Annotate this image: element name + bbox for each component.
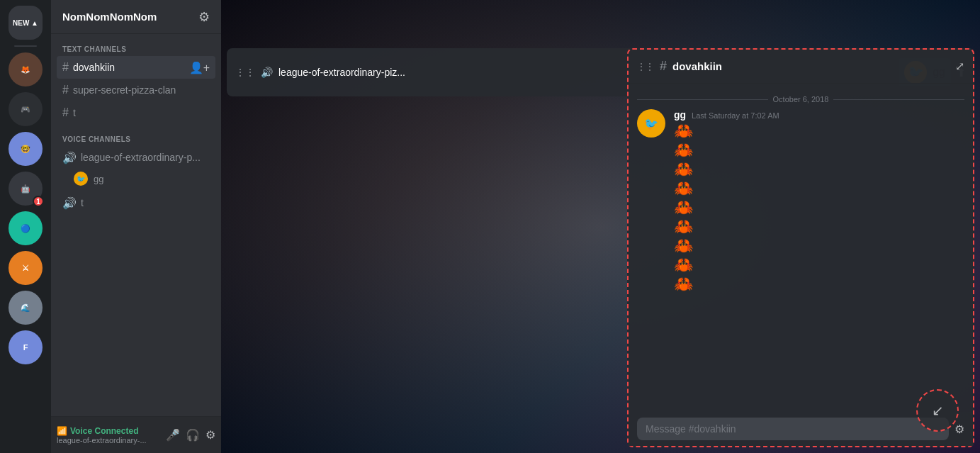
channel-super-secret-pizza[interactable]: # super-secret-pizza-clan <box>57 79 215 101</box>
voice-channel-t[interactable]: 🔊 t <box>57 191 215 214</box>
voice-channel-league[interactable]: 🔊 league-of-extraordinary-p... <box>57 146 215 169</box>
message-header: gg Last Saturday at 7:02 AM <box>674 109 964 121</box>
message-group: 🐦 gg Last Saturday at 7:02 AM 🦀🦀🦀🦀🦀🦀🦀🦀🦀 <box>637 109 964 294</box>
chat-drag-handle[interactable]: ⋮⋮ <box>637 62 654 72</box>
server-icon-s3[interactable]: 🤓 <box>9 132 43 166</box>
server-icon-s6[interactable]: ⚔ <box>9 251 43 285</box>
message-emoji: 🦀 <box>674 198 964 217</box>
voice-user-avatar: 🐦 <box>74 172 88 186</box>
text-channels-header: TEXT CHANNELS <box>57 34 215 56</box>
server-icon-s8[interactable]: F <box>9 330 43 364</box>
server-icon-s5[interactable]: 🔵 <box>9 211 43 245</box>
message-emoji: 🦀 <box>674 179 964 198</box>
voice-connected-bar: 📶 Voice Connected league-of-extraordinar… <box>51 416 221 453</box>
message-emoji: 🦀 <box>674 122 964 140</box>
server-icon-s1[interactable]: 🦊 <box>9 52 43 86</box>
channel-name-2: super-secret-pizza-clan <box>73 84 176 96</box>
message-timestamp: Last Saturday at 7:02 AM <box>692 111 779 120</box>
message-emoji: 🦀 <box>674 160 964 179</box>
message-content: gg Last Saturday at 7:02 AM 🦀🦀🦀🦀🦀🦀🦀🦀🦀 <box>674 109 964 294</box>
voice-user-gg: 🐦 gg <box>68 169 215 189</box>
new-server-label: NEW ▲ <box>13 19 38 27</box>
popout-circle[interactable]: ↙ <box>916 389 959 432</box>
server-icon-s4[interactable]: 🤖1 <box>9 172 43 206</box>
server-settings-icon[interactable]: ⚙ <box>198 9 210 25</box>
drag-handle-icon[interactable]: ⋮⋮ <box>235 67 255 78</box>
hash-icon-3: # <box>62 106 69 119</box>
message-emoji: 🦀 <box>674 218 964 236</box>
hash-icon-2: # <box>62 84 69 96</box>
chat-messages: October 6, 2018 🐦 gg Last Saturday at 7:… <box>629 84 973 412</box>
message-emoji: 🦀 <box>674 275 964 293</box>
voice-channel-name-bar: league-of-extraordinary-... <box>57 436 160 444</box>
voice-controls: 🎤 🎧 ⚙ <box>166 428 215 442</box>
server-icon-s7[interactable]: 🌊 <box>9 291 43 325</box>
mic-icon[interactable]: 🎤 <box>166 428 180 442</box>
channel-name-3: t <box>73 107 76 118</box>
chat-input-icons: ⚙ <box>954 423 964 436</box>
server-icon-s2[interactable]: 🎮 <box>9 92 43 126</box>
voice-channel-name: league-of-extraordinary-p... <box>81 152 201 163</box>
chat-channel-name: dovahkiin <box>672 60 950 72</box>
server-list: NEW ▲ 🦊🎮🤓🤖1🔵⚔🌊F <box>0 0 51 453</box>
message-username: gg <box>674 109 686 121</box>
channel-dovahkiin[interactable]: # dovahkiin 👤+ <box>57 56 215 79</box>
server-new-button[interactable]: NEW ▲ <box>9 6 43 40</box>
voice-channels-header: VOICE CHANNELS <box>57 124 215 146</box>
headphones-icon[interactable]: 🎧 <box>186 428 200 442</box>
voice-channel-icon: 🔊 <box>261 67 273 78</box>
message-emoji: 🦀 <box>674 256 964 274</box>
voice-user-name: gg <box>94 174 103 184</box>
chat-popout-icon[interactable]: ⤢ <box>955 60 964 73</box>
voice-status: 📶 Voice Connected <box>57 426 160 436</box>
voice-settings-icon[interactable]: ⚙ <box>205 428 215 442</box>
main-area: ⋮⋮ 🔊 league-of-extraordinary-piz... 🐦 gg… <box>221 0 980 453</box>
server-list-divider <box>14 45 37 47</box>
chat-hash-icon: # <box>660 59 667 74</box>
voice-channel-users: 🐦 gg <box>57 169 215 191</box>
signal-icon: 📶 <box>57 426 67 436</box>
message-avatar: 🐦 <box>637 109 665 138</box>
channel-t[interactable]: # t <box>57 101 215 124</box>
channel-name: dovahkiin <box>73 62 115 73</box>
popout-arrow-icon: ↙ <box>932 402 944 419</box>
date-divider: October 6, 2018 <box>637 95 964 104</box>
channel-list: TEXT CHANNELS # dovahkiin 👤+ # super-sec… <box>51 34 221 416</box>
emoji-messages: 🦀🦀🦀🦀🦀🦀🦀🦀🦀 <box>674 122 964 293</box>
channel-sidebar: NomNomNomNom ⚙ TEXT CHANNELS # dovahkiin… <box>51 0 221 453</box>
voice-channel-name-2: t <box>81 197 84 208</box>
chat-panel: ⋮⋮ # dovahkiin ⤢ October 6, 2018 🐦 gg La… <box>627 48 974 447</box>
voice-icon: 🔊 <box>62 151 77 164</box>
voice-info: 📶 Voice Connected league-of-extraordinar… <box>57 426 160 444</box>
voice-status-text: Voice Connected <box>70 426 138 436</box>
chat-settings-icon[interactable]: ⚙ <box>954 423 964 436</box>
add-member-icon[interactable]: 👤+ <box>189 61 210 74</box>
chat-input[interactable] <box>637 418 949 440</box>
chat-header: ⋮⋮ # dovahkiin ⤢ <box>629 50 973 84</box>
message-emoji: 🦀 <box>674 141 964 160</box>
message-emoji: 🦀 <box>674 237 964 255</box>
server-header[interactable]: NomNomNomNom ⚙ <box>51 0 221 34</box>
server-name: NomNomNomNom <box>62 11 157 23</box>
hash-icon: # <box>62 61 69 74</box>
voice-icon-2: 🔊 <box>62 196 77 210</box>
